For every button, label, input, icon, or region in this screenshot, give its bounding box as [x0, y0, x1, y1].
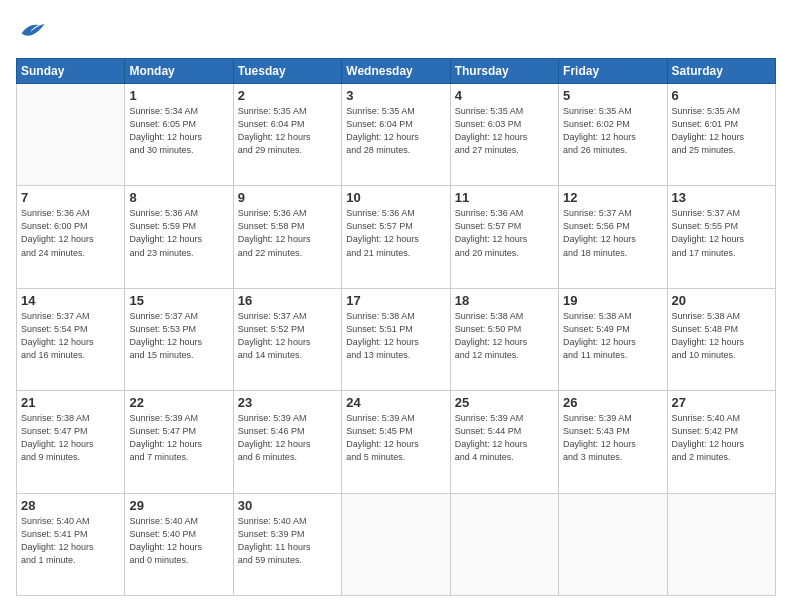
day-info: Sunrise: 5:37 AMSunset: 5:53 PMDaylight:…: [129, 310, 228, 362]
day-number: 5: [563, 88, 662, 103]
weekday-header-row: SundayMondayTuesdayWednesdayThursdayFrid…: [17, 59, 776, 84]
page-header: [16, 16, 776, 48]
day-number: 21: [21, 395, 120, 410]
calendar-cell: 19Sunrise: 5:38 AMSunset: 5:49 PMDayligh…: [559, 288, 667, 390]
calendar-cell: 20Sunrise: 5:38 AMSunset: 5:48 PMDayligh…: [667, 288, 775, 390]
day-number: 25: [455, 395, 554, 410]
calendar-cell: [450, 493, 558, 595]
day-number: 13: [672, 190, 771, 205]
day-number: 17: [346, 293, 445, 308]
calendar-cell: 2Sunrise: 5:35 AMSunset: 6:04 PMDaylight…: [233, 84, 341, 186]
calendar-cell: 24Sunrise: 5:39 AMSunset: 5:45 PMDayligh…: [342, 391, 450, 493]
calendar-cell: 28Sunrise: 5:40 AMSunset: 5:41 PMDayligh…: [17, 493, 125, 595]
day-number: 15: [129, 293, 228, 308]
day-number: 10: [346, 190, 445, 205]
day-info: Sunrise: 5:38 AMSunset: 5:50 PMDaylight:…: [455, 310, 554, 362]
calendar-cell: 22Sunrise: 5:39 AMSunset: 5:47 PMDayligh…: [125, 391, 233, 493]
day-number: 22: [129, 395, 228, 410]
calendar-cell: 7Sunrise: 5:36 AMSunset: 6:00 PMDaylight…: [17, 186, 125, 288]
day-number: 2: [238, 88, 337, 103]
weekday-header-tuesday: Tuesday: [233, 59, 341, 84]
calendar-cell: 6Sunrise: 5:35 AMSunset: 6:01 PMDaylight…: [667, 84, 775, 186]
day-info: Sunrise: 5:35 AMSunset: 6:04 PMDaylight:…: [238, 105, 337, 157]
day-info: Sunrise: 5:38 AMSunset: 5:49 PMDaylight:…: [563, 310, 662, 362]
logo: [16, 16, 46, 48]
calendar-cell: 3Sunrise: 5:35 AMSunset: 6:04 PMDaylight…: [342, 84, 450, 186]
day-info: Sunrise: 5:39 AMSunset: 5:46 PMDaylight:…: [238, 412, 337, 464]
day-number: 7: [21, 190, 120, 205]
calendar-cell: 14Sunrise: 5:37 AMSunset: 5:54 PMDayligh…: [17, 288, 125, 390]
calendar-cell: [667, 493, 775, 595]
calendar-week-row: 1Sunrise: 5:34 AMSunset: 6:05 PMDaylight…: [17, 84, 776, 186]
calendar-cell: 25Sunrise: 5:39 AMSunset: 5:44 PMDayligh…: [450, 391, 558, 493]
day-info: Sunrise: 5:35 AMSunset: 6:02 PMDaylight:…: [563, 105, 662, 157]
calendar-cell: 23Sunrise: 5:39 AMSunset: 5:46 PMDayligh…: [233, 391, 341, 493]
day-info: Sunrise: 5:38 AMSunset: 5:48 PMDaylight:…: [672, 310, 771, 362]
day-info: Sunrise: 5:35 AMSunset: 6:04 PMDaylight:…: [346, 105, 445, 157]
calendar-week-row: 28Sunrise: 5:40 AMSunset: 5:41 PMDayligh…: [17, 493, 776, 595]
calendar-cell: 17Sunrise: 5:38 AMSunset: 5:51 PMDayligh…: [342, 288, 450, 390]
day-info: Sunrise: 5:39 AMSunset: 5:43 PMDaylight:…: [563, 412, 662, 464]
day-number: 9: [238, 190, 337, 205]
calendar-cell: 1Sunrise: 5:34 AMSunset: 6:05 PMDaylight…: [125, 84, 233, 186]
day-info: Sunrise: 5:35 AMSunset: 6:01 PMDaylight:…: [672, 105, 771, 157]
day-info: Sunrise: 5:36 AMSunset: 5:57 PMDaylight:…: [455, 207, 554, 259]
calendar-table: SundayMondayTuesdayWednesdayThursdayFrid…: [16, 58, 776, 596]
weekday-header-wednesday: Wednesday: [342, 59, 450, 84]
day-number: 24: [346, 395, 445, 410]
day-info: Sunrise: 5:39 AMSunset: 5:45 PMDaylight:…: [346, 412, 445, 464]
calendar-cell: 9Sunrise: 5:36 AMSunset: 5:58 PMDaylight…: [233, 186, 341, 288]
calendar-cell: 21Sunrise: 5:38 AMSunset: 5:47 PMDayligh…: [17, 391, 125, 493]
day-info: Sunrise: 5:38 AMSunset: 5:51 PMDaylight:…: [346, 310, 445, 362]
day-number: 3: [346, 88, 445, 103]
day-number: 4: [455, 88, 554, 103]
calendar-cell: 29Sunrise: 5:40 AMSunset: 5:40 PMDayligh…: [125, 493, 233, 595]
day-number: 16: [238, 293, 337, 308]
day-number: 8: [129, 190, 228, 205]
day-info: Sunrise: 5:36 AMSunset: 6:00 PMDaylight:…: [21, 207, 120, 259]
calendar-cell: 18Sunrise: 5:38 AMSunset: 5:50 PMDayligh…: [450, 288, 558, 390]
calendar-cell: 15Sunrise: 5:37 AMSunset: 5:53 PMDayligh…: [125, 288, 233, 390]
day-number: 29: [129, 498, 228, 513]
calendar-cell: 4Sunrise: 5:35 AMSunset: 6:03 PMDaylight…: [450, 84, 558, 186]
calendar-cell: 13Sunrise: 5:37 AMSunset: 5:55 PMDayligh…: [667, 186, 775, 288]
day-number: 6: [672, 88, 771, 103]
calendar-cell: 11Sunrise: 5:36 AMSunset: 5:57 PMDayligh…: [450, 186, 558, 288]
day-info: Sunrise: 5:40 AMSunset: 5:41 PMDaylight:…: [21, 515, 120, 567]
logo-bird-icon: [18, 16, 46, 44]
day-info: Sunrise: 5:38 AMSunset: 5:47 PMDaylight:…: [21, 412, 120, 464]
calendar-cell: 10Sunrise: 5:36 AMSunset: 5:57 PMDayligh…: [342, 186, 450, 288]
day-number: 20: [672, 293, 771, 308]
calendar-cell: 16Sunrise: 5:37 AMSunset: 5:52 PMDayligh…: [233, 288, 341, 390]
day-number: 23: [238, 395, 337, 410]
day-info: Sunrise: 5:34 AMSunset: 6:05 PMDaylight:…: [129, 105, 228, 157]
day-info: Sunrise: 5:37 AMSunset: 5:55 PMDaylight:…: [672, 207, 771, 259]
calendar-week-row: 14Sunrise: 5:37 AMSunset: 5:54 PMDayligh…: [17, 288, 776, 390]
day-info: Sunrise: 5:40 AMSunset: 5:40 PMDaylight:…: [129, 515, 228, 567]
day-info: Sunrise: 5:37 AMSunset: 5:54 PMDaylight:…: [21, 310, 120, 362]
day-number: 12: [563, 190, 662, 205]
calendar-cell: 26Sunrise: 5:39 AMSunset: 5:43 PMDayligh…: [559, 391, 667, 493]
calendar-week-row: 21Sunrise: 5:38 AMSunset: 5:47 PMDayligh…: [17, 391, 776, 493]
weekday-header-thursday: Thursday: [450, 59, 558, 84]
weekday-header-friday: Friday: [559, 59, 667, 84]
calendar-cell: 12Sunrise: 5:37 AMSunset: 5:56 PMDayligh…: [559, 186, 667, 288]
calendar-cell: [17, 84, 125, 186]
weekday-header-saturday: Saturday: [667, 59, 775, 84]
calendar-cell: 27Sunrise: 5:40 AMSunset: 5:42 PMDayligh…: [667, 391, 775, 493]
day-info: Sunrise: 5:36 AMSunset: 5:58 PMDaylight:…: [238, 207, 337, 259]
day-number: 18: [455, 293, 554, 308]
day-number: 26: [563, 395, 662, 410]
calendar-cell: [559, 493, 667, 595]
day-info: Sunrise: 5:36 AMSunset: 5:57 PMDaylight:…: [346, 207, 445, 259]
calendar-cell: [342, 493, 450, 595]
calendar-cell: 30Sunrise: 5:40 AMSunset: 5:39 PMDayligh…: [233, 493, 341, 595]
day-number: 14: [21, 293, 120, 308]
weekday-header-sunday: Sunday: [17, 59, 125, 84]
calendar-week-row: 7Sunrise: 5:36 AMSunset: 6:00 PMDaylight…: [17, 186, 776, 288]
day-number: 19: [563, 293, 662, 308]
day-number: 11: [455, 190, 554, 205]
day-info: Sunrise: 5:35 AMSunset: 6:03 PMDaylight:…: [455, 105, 554, 157]
day-info: Sunrise: 5:39 AMSunset: 5:47 PMDaylight:…: [129, 412, 228, 464]
day-info: Sunrise: 5:36 AMSunset: 5:59 PMDaylight:…: [129, 207, 228, 259]
